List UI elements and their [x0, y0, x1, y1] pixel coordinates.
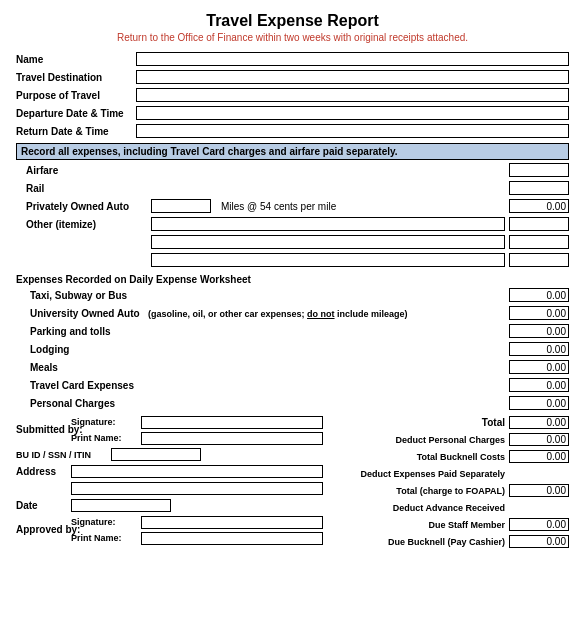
travel-dest-row: Travel Destination — [16, 69, 569, 85]
other-row-1: Other (itemize) — [16, 216, 569, 232]
daily-amount-3[interactable]: 0.00 — [509, 342, 569, 356]
submitted-fields: Signature: Print Name: — [71, 415, 323, 445]
travel-dest-label: Travel Destination — [16, 72, 136, 83]
travel-dest-input[interactable] — [136, 70, 569, 84]
approved-print-row: Print Name: — [71, 531, 323, 545]
expenses-section-header: Record all expenses, including Travel Ca… — [16, 143, 569, 160]
address-input-2[interactable] — [71, 482, 323, 495]
submitted-label: Submitted by: — [16, 415, 71, 443]
daily-amount-1[interactable]: 0.00 — [509, 306, 569, 320]
approved-print-input[interactable] — [141, 532, 323, 545]
approved-label: Approved by: — [16, 515, 71, 543]
date-label: Date — [16, 500, 71, 511]
submitted-sig-input[interactable] — [141, 416, 323, 429]
auto-amount-val: 0.00 — [547, 201, 566, 212]
rail-row: Rail — [16, 180, 569, 196]
daily-amount-0[interactable]: 0.00 — [509, 288, 569, 302]
due-bucknell-label: Due Bucknell (Pay Cashier) — [329, 537, 509, 547]
address-row-2 — [16, 481, 323, 496]
return-label: Return Date & Time — [16, 126, 136, 137]
other-amount-3[interactable] — [509, 253, 569, 267]
daily-amount-6[interactable]: 0.00 — [509, 396, 569, 410]
deduct-personal-label: Deduct Personal Charges — [329, 435, 509, 445]
purpose-input[interactable] — [136, 88, 569, 102]
auto-amount[interactable]: 0.00 — [509, 199, 569, 213]
address-input-1[interactable] — [71, 465, 323, 478]
daily-amount-4[interactable]: 0.00 — [509, 360, 569, 374]
approved-sig-label: Signature: — [71, 517, 141, 527]
submitted-print-input[interactable] — [141, 432, 323, 445]
daily-label-1: University Owned Auto (gasoline, oil, or… — [16, 308, 509, 319]
other-input-3[interactable] — [151, 253, 505, 267]
name-input[interactable] — [136, 52, 569, 66]
other-input-1[interactable] — [151, 217, 505, 231]
daily-row-2: Parking and tolls 0.00 — [16, 323, 569, 339]
approved-sig-input[interactable] — [141, 516, 323, 529]
bottom-right: Total 0.00 Deduct Personal Charges 0.00 … — [329, 415, 569, 551]
other-input-2[interactable] — [151, 235, 505, 249]
deduct-separately-label: Deduct Expenses Paid Separately — [329, 469, 509, 479]
departure-label: Departure Date & Time — [16, 108, 136, 119]
total-row: Total 0.00 — [329, 415, 569, 430]
airfare-row: Airfare — [16, 162, 569, 178]
daily-row-1: University Owned Auto (gasoline, oil, or… — [16, 305, 569, 321]
auto-row: Privately Owned Auto Miles @ 54 cents pe… — [16, 198, 569, 214]
bu-row: BU ID / SSN / ITIN — [16, 447, 323, 462]
date-input[interactable] — [71, 499, 171, 512]
airfare-amount[interactable] — [509, 163, 569, 177]
address-row: Address — [16, 464, 323, 479]
submitted-print-label: Print Name: — [71, 433, 141, 443]
daily-label-6: Personal Charges — [16, 398, 509, 409]
due-staff-amount[interactable]: 0.00 — [509, 518, 569, 531]
daily-row-4: Meals 0.00 — [16, 359, 569, 375]
date-row: Date — [16, 498, 323, 513]
total-amount[interactable]: 0.00 — [509, 416, 569, 429]
daily-label-0: Taxi, Subway or Bus — [16, 290, 509, 301]
total-foapal-amount[interactable]: 0.00 — [509, 484, 569, 497]
total-bucknell-amount[interactable]: 0.00 — [509, 450, 569, 463]
auto-miles-input[interactable] — [151, 199, 211, 213]
bu-input[interactable] — [111, 448, 201, 461]
rail-amount[interactable] — [509, 181, 569, 195]
total-foapal-row: Total (charge to FOAPAL) 0.00 — [329, 483, 569, 498]
daily-row-0: Taxi, Subway or Bus 0.00 — [16, 287, 569, 303]
deduct-separately-row: Deduct Expenses Paid Separately — [329, 466, 569, 481]
daily-expenses-header: Expenses Recorded on Daily Expense Works… — [16, 274, 569, 285]
due-bucknell-row: Due Bucknell (Pay Cashier) 0.00 — [329, 534, 569, 549]
other-row-2 — [16, 234, 569, 250]
bottom-left: Submitted by: Signature: Print Name: BU … — [16, 415, 329, 547]
total-label: Total — [329, 417, 509, 428]
other-row-3 — [16, 252, 569, 268]
submitted-block: Submitted by: Signature: Print Name: — [16, 415, 323, 445]
auto-label: Privately Owned Auto — [16, 201, 151, 212]
name-row: Name — [16, 51, 569, 67]
daily-amount-5[interactable]: 0.00 — [509, 378, 569, 392]
daily-amount-2[interactable]: 0.00 — [509, 324, 569, 338]
daily-label-5: Travel Card Expenses — [16, 380, 509, 391]
submitted-print-row: Print Name: — [71, 431, 323, 445]
address-label: Address — [16, 466, 71, 477]
approved-print-label: Print Name: — [71, 533, 141, 543]
daily-row-6: Personal Charges 0.00 — [16, 395, 569, 411]
daily-label-3: Lodging — [16, 344, 509, 355]
bottom-section: Submitted by: Signature: Print Name: BU … — [16, 415, 569, 551]
page-title: Travel Expense Report — [16, 12, 569, 30]
total-bucknell-label: Total Bucknell Costs — [329, 452, 509, 462]
return-row: Return Date & Time — [16, 123, 569, 139]
deduct-personal-row: Deduct Personal Charges 0.00 — [329, 432, 569, 447]
departure-input[interactable] — [136, 106, 569, 120]
daily-row-3: Lodging 0.00 — [16, 341, 569, 357]
due-staff-label: Due Staff Member — [329, 520, 509, 530]
deduct-advance-label: Deduct Advance Received — [329, 503, 509, 513]
purpose-row: Purpose of Travel — [16, 87, 569, 103]
deduct-personal-amount[interactable]: 0.00 — [509, 433, 569, 446]
total-bucknell-row: Total Bucknell Costs 0.00 — [329, 449, 569, 464]
other-amount-2[interactable] — [509, 235, 569, 249]
daily-note-1: (gasoline, oil, or other car expenses; d… — [148, 309, 408, 319]
due-bucknell-amount[interactable]: 0.00 — [509, 535, 569, 548]
total-foapal-label: Total (charge to FOAPAL) — [329, 486, 509, 496]
return-input[interactable] — [136, 124, 569, 138]
name-label: Name — [16, 54, 136, 65]
other-amount-1[interactable] — [509, 217, 569, 231]
auto-miles-text: Miles @ 54 cents per mile — [221, 201, 503, 212]
